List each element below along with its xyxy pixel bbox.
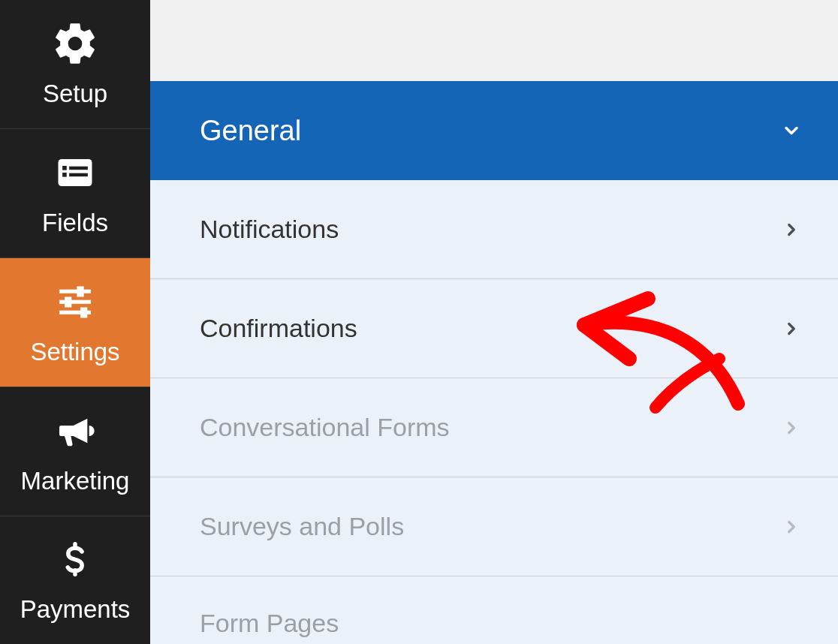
sidebar-item-label: Setup xyxy=(43,80,107,108)
sidebar-item-label: Marketing xyxy=(21,467,130,495)
svg-rect-2 xyxy=(62,173,67,177)
sidebar-item-marketing[interactable]: Marketing xyxy=(0,387,150,516)
svg-rect-6 xyxy=(59,299,91,303)
settings-row-label: Notifications xyxy=(200,215,339,244)
settings-row-label: Surveys and Polls xyxy=(200,512,404,541)
sidebar-item-label: Fields xyxy=(42,209,108,237)
settings-panel: General Notifications Confirmations Conv… xyxy=(150,81,838,644)
svg-rect-1 xyxy=(62,166,67,170)
settings-row-confirmations[interactable]: Confirmations xyxy=(150,279,838,378)
sliders-icon xyxy=(47,279,103,324)
dollar-icon xyxy=(47,537,103,582)
settings-row-surveys-and-polls[interactable]: Surveys and Polls xyxy=(150,477,838,576)
svg-rect-4 xyxy=(69,173,88,176)
settings-row-conversational-forms[interactable]: Conversational Forms xyxy=(150,378,838,477)
sidebar-item-label: Settings xyxy=(30,338,119,366)
settings-row-label: Form Pages xyxy=(200,609,339,638)
sidebar-item-settings[interactable]: Settings xyxy=(0,258,150,387)
svg-rect-9 xyxy=(65,296,71,307)
settings-row-label: Confirmations xyxy=(200,314,357,343)
app-root: Setup Fields Settings Marketing Payments xyxy=(0,0,838,644)
list-icon xyxy=(47,150,103,195)
settings-row-label: General xyxy=(200,115,301,147)
sidebar: Setup Fields Settings Marketing Payments xyxy=(0,0,150,644)
settings-row-notifications[interactable]: Notifications xyxy=(150,180,838,279)
sidebar-item-fields[interactable]: Fields xyxy=(0,129,150,258)
sidebar-item-setup[interactable]: Setup xyxy=(0,0,150,129)
svg-rect-3 xyxy=(69,166,88,170)
sidebar-item-payments[interactable]: Payments xyxy=(0,516,150,644)
chevron-right-icon xyxy=(781,318,802,339)
chevron-right-icon xyxy=(781,219,802,240)
gear-icon xyxy=(47,21,103,66)
header-gap xyxy=(150,0,838,81)
sidebar-item-label: Payments xyxy=(20,595,131,624)
svg-rect-10 xyxy=(80,307,87,317)
settings-row-form-pages[interactable]: Form Pages xyxy=(150,576,838,644)
svg-rect-8 xyxy=(77,286,83,296)
settings-row-general[interactable]: General xyxy=(150,81,838,180)
main-content: General Notifications Confirmations Conv… xyxy=(150,0,838,644)
chevron-right-icon xyxy=(781,516,802,537)
chevron-down-icon xyxy=(781,120,802,141)
settings-row-label: Conversational Forms xyxy=(200,413,450,442)
bullhorn-icon xyxy=(47,408,103,453)
svg-rect-5 xyxy=(59,289,91,293)
chevron-right-icon xyxy=(781,417,802,438)
